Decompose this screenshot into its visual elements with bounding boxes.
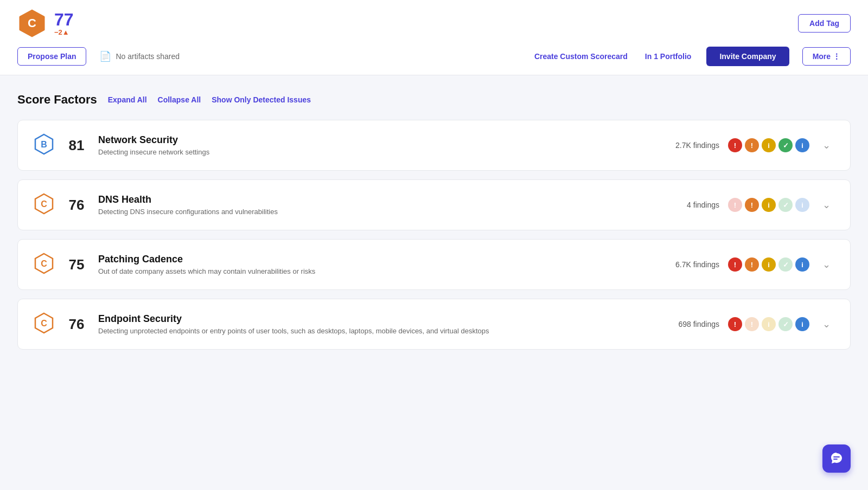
- factor-name: Endpoint Security: [98, 313, 660, 325]
- info-severity-icon: i: [795, 317, 809, 331]
- findings-count: 2.7K findings: [671, 141, 719, 150]
- expand-factor-button[interactable]: ⌄: [818, 256, 835, 273]
- factor-hex-badge: C: [33, 312, 55, 336]
- propose-plan-button[interactable]: Propose Plan: [17, 47, 86, 66]
- factor-card: C 75Patching CadenceOut of date company …: [17, 239, 851, 290]
- low-severity-icon: ✓: [778, 317, 793, 331]
- portfolio-button[interactable]: In 1 Portfolio: [643, 48, 694, 65]
- factor-desc: Detecting insecure network settings: [98, 148, 660, 156]
- svg-text:B: B: [41, 140, 47, 149]
- severity-icons: !!i✓i: [728, 138, 809, 152]
- factor-hex-badge: C: [33, 193, 55, 217]
- factor-name: DNS Health: [98, 194, 660, 205]
- more-button[interactable]: More ⋮: [802, 47, 851, 66]
- severity-icons: !!i✓i: [728, 198, 809, 212]
- findings-count: 6.7K findings: [671, 260, 719, 269]
- factor-info: DNS HealthDetecting DNS insecure configu…: [98, 194, 660, 216]
- factor-desc: Out of date company assets which may con…: [98, 267, 660, 275]
- svg-text:C: C: [28, 16, 36, 30]
- top-bar: C 77 −2▲ Add Tag Propose Plan 📄 No artif…: [0, 0, 868, 75]
- factor-right: 2.7K findings!!i✓i⌄: [671, 137, 835, 153]
- add-tag-button[interactable]: Add Tag: [798, 14, 851, 33]
- artifacts-info: 📄 No artifacts shared: [99, 50, 180, 62]
- factors-list: B 81Network SecurityDetecting insecure n…: [17, 120, 851, 350]
- factor-score: 75: [66, 256, 87, 273]
- factor-score: 76: [66, 316, 87, 333]
- top-row-2: Propose Plan 📄 No artifacts shared Creat…: [17, 47, 851, 66]
- info-severity-icon: i: [795, 138, 809, 152]
- main-content: Score Factors Expand All Collapse All Sh…: [0, 75, 868, 376]
- svg-text:C: C: [41, 259, 47, 268]
- factor-right: 6.7K findings!!i✓i⌄: [671, 256, 835, 273]
- score-info: 77 −2▲: [54, 11, 74, 36]
- factor-hex-badge: B: [33, 133, 55, 157]
- company-info: C 77 −2▲: [17, 9, 74, 38]
- factor-score: 81: [66, 137, 87, 154]
- low-severity-icon: ✓: [778, 257, 793, 272]
- factor-card: C 76DNS HealthDetecting DNS insecure con…: [17, 179, 851, 230]
- factor-info: Patching CadenceOut of date company asse…: [98, 254, 660, 275]
- factor-card: C 76Endpoint SecurityDetecting unprotect…: [17, 299, 851, 350]
- severity-icons: !!i✓i: [728, 317, 809, 331]
- collapse-all-button[interactable]: Collapse All: [158, 95, 201, 104]
- factor-hex-badge: C: [33, 253, 55, 276]
- critical-severity-icon: !: [728, 138, 742, 152]
- severity-icons: !!i✓i: [728, 257, 809, 272]
- factor-right: 4 findings!!i✓i⌄: [671, 197, 835, 213]
- high-severity-icon: !: [745, 198, 759, 212]
- high-severity-icon: !: [745, 138, 759, 152]
- factor-score: 76: [66, 197, 87, 214]
- expand-factor-button[interactable]: ⌄: [818, 137, 835, 153]
- factor-name: Patching Cadence: [98, 254, 660, 265]
- create-scorecard-button[interactable]: Create Custom Scorecard: [532, 48, 630, 65]
- medium-severity-icon: i: [762, 198, 776, 212]
- factor-card: B 81Network SecurityDetecting insecure n…: [17, 120, 851, 171]
- score-factors-title: Score Factors: [17, 93, 97, 107]
- show-issues-button[interactable]: Show Only Detected Issues: [212, 95, 311, 104]
- low-severity-icon: ✓: [778, 198, 793, 212]
- factor-desc: Detecting unprotected endpoints or entry…: [98, 327, 660, 335]
- expand-factor-button[interactable]: ⌄: [818, 197, 835, 213]
- score-delta: −2▲: [54, 28, 74, 36]
- artifacts-label: No artifacts shared: [116, 52, 180, 61]
- expand-factor-button[interactable]: ⌄: [818, 316, 835, 332]
- info-severity-icon: i: [795, 198, 809, 212]
- factor-name: Network Security: [98, 134, 660, 146]
- factor-desc: Detecting DNS insecure configurations an…: [98, 208, 660, 216]
- expand-all-button[interactable]: Expand All: [108, 95, 147, 104]
- document-icon: 📄: [99, 50, 111, 62]
- factor-info: Endpoint SecurityDetecting unprotected e…: [98, 313, 660, 335]
- findings-count: 4 findings: [671, 201, 719, 209]
- findings-count: 698 findings: [671, 320, 719, 328]
- svg-text:C: C: [41, 319, 47, 328]
- company-hex-badge: C: [17, 9, 47, 38]
- low-severity-icon: ✓: [778, 138, 793, 152]
- high-severity-icon: !: [745, 257, 759, 272]
- score-factors-header: Score Factors Expand All Collapse All Sh…: [17, 93, 851, 107]
- critical-severity-icon: !: [728, 198, 742, 212]
- svg-text:C: C: [41, 199, 47, 209]
- critical-severity-icon: !: [728, 257, 742, 272]
- factor-right: 698 findings!!i✓i⌄: [671, 316, 835, 332]
- critical-severity-icon: !: [728, 317, 742, 331]
- medium-severity-icon: i: [762, 317, 776, 331]
- factor-info: Network SecurityDetecting insecure netwo…: [98, 134, 660, 156]
- score-value: 77: [54, 11, 74, 28]
- invite-company-button[interactable]: Invite Company: [706, 47, 789, 66]
- high-severity-icon: !: [745, 317, 759, 331]
- info-severity-icon: i: [795, 257, 809, 272]
- medium-severity-icon: i: [762, 257, 776, 272]
- medium-severity-icon: i: [762, 138, 776, 152]
- top-row-1: C 77 −2▲ Add Tag: [17, 9, 851, 38]
